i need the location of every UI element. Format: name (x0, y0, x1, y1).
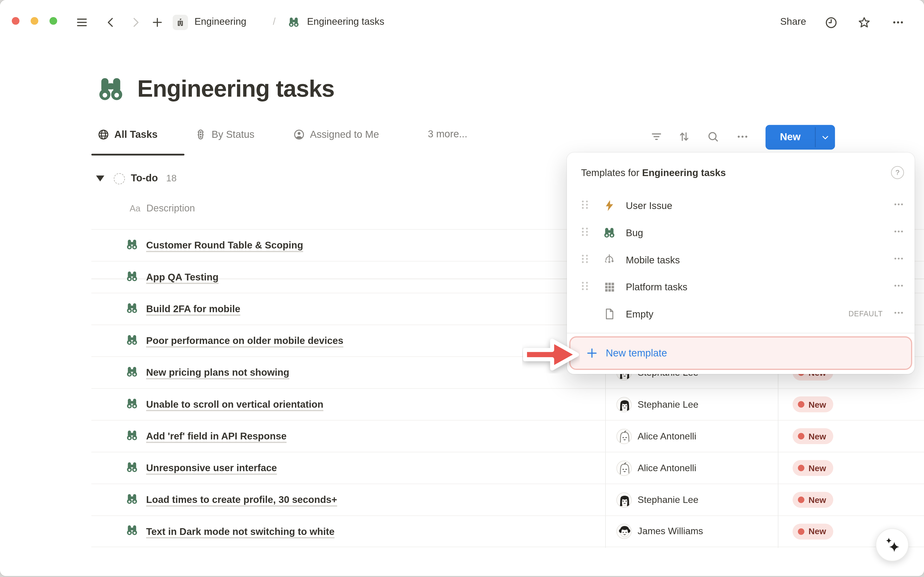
table-row[interactable]: Text in Dark mode not switching to white… (92, 516, 924, 547)
back-icon[interactable] (104, 15, 118, 30)
table-row[interactable]: Load times to create profile, 30 seconds… (92, 484, 924, 516)
status-label: New (808, 400, 826, 409)
view-options-icon[interactable] (735, 130, 750, 144)
status-cell[interactable]: New (778, 389, 924, 420)
binoculars-icon (126, 269, 139, 285)
templates-popup-title: Templates for Engineering tasks (581, 167, 726, 178)
chevron-down-icon[interactable] (816, 125, 835, 150)
search-icon[interactable] (706, 130, 720, 144)
template-item-label: Empty (626, 308, 653, 320)
assignee-cell[interactable]: Alice Antonelli (605, 453, 778, 484)
template-item[interactable]: User Issue (567, 192, 914, 219)
traffic-light-close[interactable] (12, 17, 19, 25)
templates-popup-header: Templates for Engineering tasks ? (581, 166, 904, 179)
sort-icon[interactable] (677, 130, 691, 144)
more-options-icon[interactable] (891, 15, 905, 30)
description-column-header[interactable]: Aa Description (130, 203, 195, 214)
tab-all-tasks[interactable]: All Tasks (97, 129, 158, 141)
template-item[interactable]: Bug (567, 219, 914, 246)
drag-handle-icon[interactable] (581, 253, 589, 266)
assignee-cell[interactable]: Alice Antonelli (605, 421, 778, 452)
table-row[interactable]: Add 'ref' field in API Response Alice An… (92, 420, 924, 452)
binoculars-icon (126, 333, 139, 348)
breadcrumb-parent[interactable]: Engineering (194, 16, 247, 27)
new-template-button[interactable]: New template (569, 336, 912, 370)
template-item-options-icon[interactable] (893, 307, 904, 321)
template-item-options-icon[interactable] (893, 280, 904, 293)
assignee-cell[interactable]: Stephanie Lee (605, 389, 778, 420)
grid-icon (602, 280, 616, 294)
binoculars-icon (126, 238, 139, 253)
task-title-link[interactable]: New pricing plans not showing (146, 367, 289, 378)
new-button-label[interactable]: New (766, 125, 815, 150)
task-title-link[interactable]: Customer Round Table & Scoping (146, 240, 303, 251)
text-property-icon: Aa (130, 203, 140, 213)
table-row[interactable]: Unable to scroll on vertical orientation… (92, 388, 924, 420)
sidebar-menu-icon[interactable] (75, 15, 89, 30)
template-item[interactable]: Mobile tasks (567, 246, 914, 274)
status-cell[interactable]: New (778, 484, 924, 516)
template-item-options-icon[interactable] (893, 199, 904, 212)
binoculars-icon (126, 301, 139, 317)
task-title-link[interactable]: App QA Testing (146, 272, 218, 283)
help-icon[interactable]: ? (891, 166, 904, 179)
task-title-link[interactable]: Build 2FA for mobile (146, 303, 240, 314)
updates-clock-icon[interactable] (824, 15, 838, 30)
description-cell[interactable]: Add 'ref' field in API Response (92, 421, 605, 452)
binoculars-icon (126, 396, 139, 412)
assignee-cell[interactable]: Stephanie Lee (605, 484, 778, 516)
description-cell[interactable]: Customer Round Table & Scoping (92, 230, 605, 261)
binoculars-icon (126, 365, 139, 380)
share-button[interactable]: Share (780, 16, 806, 27)
task-title-link[interactable]: Unable to scroll on vertical orientation (146, 399, 323, 410)
template-item[interactable]: Platform tasks (567, 273, 914, 300)
group-header-todo[interactable]: To-do 18 (96, 173, 177, 184)
binoculars-icon (602, 226, 616, 240)
new-button[interactable]: New (766, 125, 835, 150)
tab-assigned-to-me[interactable]: Assigned to Me (293, 129, 379, 141)
page-icon (602, 307, 616, 321)
tab-by-status[interactable]: By Status (194, 129, 254, 141)
description-cell[interactable]: Unresponsive user interface (92, 453, 605, 484)
assignee-name: Stephanie Lee (638, 495, 698, 505)
description-cell[interactable]: Text in Dark mode not switching to white (92, 516, 605, 546)
task-title-link[interactable]: Text in Dark mode not switching to white (146, 526, 334, 537)
filter-icon[interactable] (650, 130, 664, 144)
task-title-link[interactable]: Add 'ref' field in API Response (146, 430, 287, 442)
traffic-light-minimize[interactable] (31, 17, 38, 25)
todo-status-icon (114, 173, 125, 184)
assignee-name: James Williams (638, 526, 703, 537)
description-cell[interactable]: App QA Testing (92, 261, 605, 293)
assignee-cell[interactable]: James Williams (605, 516, 778, 546)
template-item-options-icon[interactable] (893, 253, 904, 266)
window-topbar: Engineering / Engineering tasks Share (0, 0, 924, 45)
tab-label: By Status (211, 129, 254, 140)
template-item-options-icon[interactable] (893, 226, 904, 239)
status-cell[interactable]: New (778, 421, 924, 452)
new-page-icon[interactable] (150, 15, 164, 30)
avatar (616, 524, 632, 539)
breadcrumb-current[interactable]: Engineering tasks (307, 16, 384, 27)
teamspace-building-icon[interactable] (173, 15, 188, 30)
traffic-light-zoom[interactable] (50, 17, 57, 25)
forward-icon[interactable] (129, 15, 143, 30)
task-title-link[interactable]: Load times to create profile, 30 seconds… (146, 494, 337, 506)
collapse-caret-icon[interactable] (96, 176, 104, 181)
page-binoculars-icon[interactable] (96, 74, 125, 106)
description-cell[interactable]: Load times to create profile, 30 seconds… (92, 484, 605, 516)
table-row[interactable]: Unresponsive user interface Alice Antone… (92, 452, 924, 484)
task-title-link[interactable]: Unresponsive user interface (146, 462, 277, 474)
drag-handle-icon[interactable] (581, 199, 589, 212)
status-cell[interactable]: New (778, 453, 924, 484)
drag-handle-icon[interactable] (581, 281, 589, 293)
ai-assistant-button[interactable] (876, 529, 909, 561)
favorite-star-icon[interactable] (857, 15, 871, 30)
drag-handle-icon[interactable] (581, 227, 589, 239)
group-name: To-do (131, 173, 158, 184)
description-cell[interactable]: Unable to scroll on vertical orientation (92, 389, 605, 420)
task-title-link[interactable]: Poor performance on older mobile devices (146, 335, 343, 347)
template-item[interactable]: Empty DEFAULT (567, 300, 914, 327)
description-cell[interactable]: Build 2FA for mobile (92, 293, 605, 325)
tab-more-views[interactable]: 3 more... (428, 129, 467, 140)
group-count: 18 (166, 173, 177, 184)
